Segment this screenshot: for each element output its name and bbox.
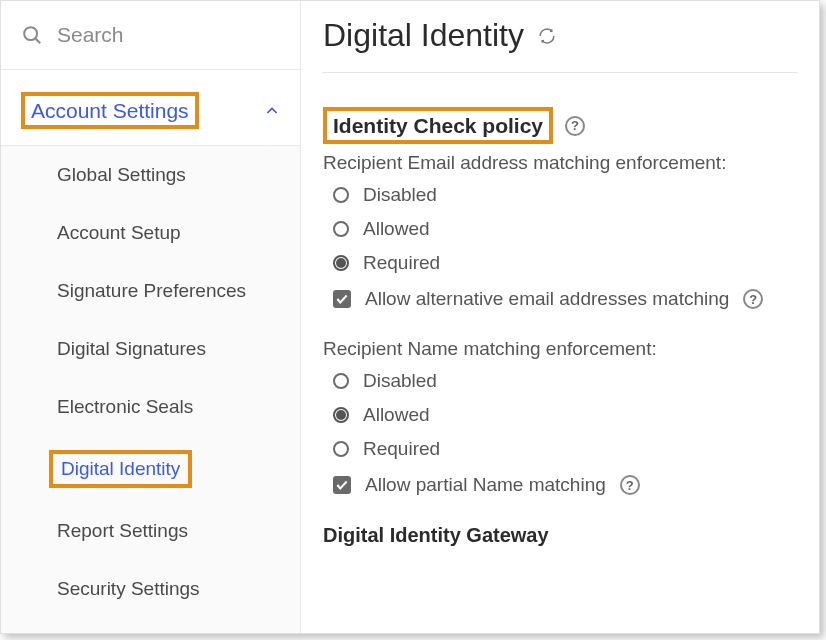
search-icon [21,24,43,46]
help-icon[interactable]: ? [620,475,640,495]
sidebar-item-digital-signatures[interactable]: Digital Signatures [1,320,300,378]
name-partial-checkbox-row[interactable]: Allow partial Name matching ? [333,466,797,502]
search-placeholder: Search [57,23,124,47]
sidebar-section-account-settings[interactable]: Account Settings [1,70,300,146]
radio-icon[interactable] [333,441,349,457]
sidebar-item-label: Digital Identity [49,450,192,488]
sidebar-item-digital-identity[interactable]: Digital Identity [1,436,300,502]
help-icon[interactable]: ? [743,289,763,309]
name-radio-required[interactable]: Required [333,432,797,466]
sidebar-item-report-settings[interactable]: Report Settings [1,502,300,560]
radio-label: Required [363,438,440,460]
name-matching-label: Recipient Name matching enforcement: [323,338,797,360]
sidebar: Search Account Settings Global Settings … [1,1,301,633]
refresh-icon[interactable] [538,27,556,45]
radio-icon[interactable] [333,221,349,237]
name-radio-allowed[interactable]: Allowed [333,398,797,432]
email-matching-label: Recipient Email address matching enforce… [323,152,797,174]
sidebar-item-electronic-seals[interactable]: Electronic Seals [1,378,300,436]
search-row[interactable]: Search [1,1,300,70]
checkbox-label: Allow alternative email addresses matchi… [365,288,729,310]
section-title-row: Identity Check policy ? [323,107,797,144]
radio-icon[interactable] [333,255,349,271]
sidebar-item-signature-preferences[interactable]: Signature Preferences [1,262,300,320]
sidebar-list: Global Settings Account Setup Signature … [1,146,300,633]
svg-point-0 [24,27,37,40]
help-icon[interactable]: ? [565,116,585,136]
radio-label: Allowed [363,218,430,240]
email-alt-checkbox-row[interactable]: Allow alternative email addresses matchi… [333,280,797,316]
sidebar-item-account-setup[interactable]: Account Setup [1,204,300,262]
sidebar-item-label: Account Setup [57,222,181,244]
sidebar-item-label: Signature Preferences [57,280,246,302]
radio-label: Allowed [363,404,430,426]
chevron-up-icon [264,103,280,119]
sidebar-item-label: Security Settings [57,578,200,600]
sidebar-item-security-settings[interactable]: Security Settings [1,560,300,618]
svg-line-1 [36,39,41,44]
app-frame: Search Account Settings Global Settings … [0,0,820,634]
radio-label: Required [363,252,440,274]
main-panel: Digital Identity Identity Check policy ?… [301,1,819,633]
name-radio-disabled[interactable]: Disabled [333,364,797,398]
email-radio-allowed[interactable]: Allowed [333,212,797,246]
radio-label: Disabled [363,370,437,392]
radio-icon[interactable] [333,373,349,389]
radio-label: Disabled [363,184,437,206]
email-radio-list: Disabled Allowed Required Allow alternat… [323,178,797,316]
name-radio-list: Disabled Allowed Required Allow partial … [323,364,797,502]
sidebar-item-label: Digital Signatures [57,338,206,360]
sidebar-item-label: Electronic Seals [57,396,193,418]
sidebar-item-label: Report Settings [57,520,188,542]
page-title: Digital Identity [323,17,524,54]
radio-icon[interactable] [333,187,349,203]
page-title-row: Digital Identity [323,11,797,73]
sidebar-item-label: Global Settings [57,164,186,186]
name-matching-group: Recipient Name matching enforcement: Dis… [323,338,797,502]
email-matching-group: Recipient Email address matching enforce… [323,152,797,316]
checkbox-icon[interactable] [333,476,351,494]
radio-icon[interactable] [333,407,349,423]
checkbox-icon[interactable] [333,290,351,308]
account-settings-label: Account Settings [21,92,199,129]
identity-check-policy-title: Identity Check policy [323,107,553,144]
digital-identity-gateway-title: Digital Identity Gateway [323,524,797,547]
email-radio-required[interactable]: Required [333,246,797,280]
email-radio-disabled[interactable]: Disabled [333,178,797,212]
checkbox-label: Allow partial Name matching [365,474,606,496]
